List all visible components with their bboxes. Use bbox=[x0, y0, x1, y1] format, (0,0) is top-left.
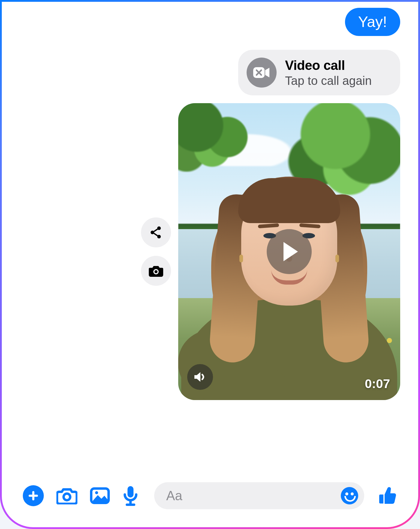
message-input-placeholder: Aa bbox=[166, 488, 182, 503]
like-button[interactable] bbox=[377, 486, 397, 506]
message-input[interactable]: Aa bbox=[154, 482, 364, 509]
svg-line-6 bbox=[154, 229, 158, 232]
video-call-card[interactable]: Video call Tap to call again bbox=[238, 50, 400, 95]
play-button[interactable] bbox=[267, 229, 312, 274]
chat-screen: Yay! Video call Tap to call again bbox=[2, 2, 418, 527]
video-duration-label: 0:07 bbox=[365, 377, 390, 391]
phone-frame-gradient: Yay! Video call Tap to call again bbox=[0, 0, 420, 529]
microphone-icon bbox=[122, 485, 139, 507]
more-actions-button[interactable] bbox=[23, 485, 44, 506]
plus-icon bbox=[27, 490, 39, 502]
conversation-thread: Yay! Video call Tap to call again bbox=[2, 2, 418, 461]
sound-toggle-button[interactable] bbox=[187, 364, 213, 390]
missed-video-call-icon bbox=[247, 58, 277, 88]
video-message-row: 0:07 bbox=[141, 103, 400, 400]
svg-point-14 bbox=[95, 491, 98, 494]
svg-point-12 bbox=[64, 494, 70, 500]
svg-rect-15 bbox=[128, 486, 134, 498]
svg-point-9 bbox=[154, 270, 158, 273]
video-quick-actions bbox=[141, 217, 171, 286]
speaker-icon bbox=[193, 371, 207, 383]
message-composer: Aa bbox=[2, 482, 418, 509]
camera-icon bbox=[148, 264, 164, 277]
share-icon bbox=[149, 225, 163, 240]
image-icon bbox=[90, 487, 110, 504]
camera-reply-button[interactable] bbox=[141, 256, 171, 286]
svg-line-7 bbox=[154, 233, 158, 236]
video-subject-person bbox=[193, 150, 385, 400]
emoji-picker-button[interactable] bbox=[341, 487, 358, 504]
voice-clip-button[interactable] bbox=[122, 485, 139, 507]
gallery-button[interactable] bbox=[90, 487, 110, 504]
play-icon bbox=[284, 242, 298, 261]
thumbs-up-icon bbox=[377, 486, 397, 506]
call-card-title: Video call bbox=[285, 58, 372, 73]
video-message-thumbnail[interactable]: 0:07 bbox=[178, 103, 400, 400]
outgoing-message-bubble[interactable]: Yay! bbox=[345, 8, 400, 36]
camera-icon bbox=[56, 487, 77, 504]
call-card-subtitle: Tap to call again bbox=[285, 74, 372, 88]
camera-button[interactable] bbox=[56, 487, 77, 504]
call-card-text: Video call Tap to call again bbox=[285, 58, 372, 88]
share-button[interactable] bbox=[141, 217, 171, 247]
